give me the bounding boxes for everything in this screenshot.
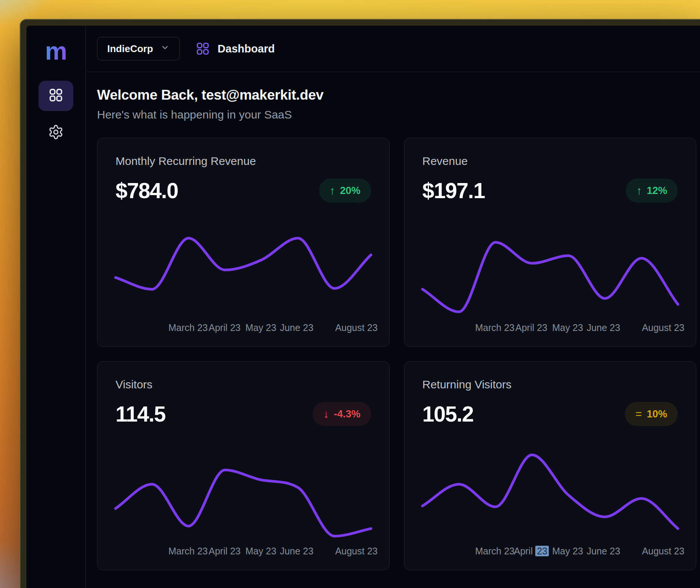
chart-area: March 23April 23May 23June 23August 23 <box>116 451 371 559</box>
layout-grid-icon <box>48 88 63 104</box>
x-axis-tick: May 23 <box>245 546 276 557</box>
line-chart <box>422 451 678 540</box>
stat-row: $784.0 ↑ 20% <box>116 178 371 203</box>
trend-badge: ↑ 20% <box>319 179 371 203</box>
main-area: IndieCorp <box>86 26 700 588</box>
x-axis: March 23April 23May 23June 23August 23 <box>422 545 678 559</box>
page-title: Dashboard <box>217 43 274 55</box>
trend-up-icon: ↑ <box>330 185 335 197</box>
x-axis-tick: May 23 <box>552 546 583 557</box>
stat-value: $197.1 <box>422 178 485 203</box>
layout-grid-icon <box>196 42 210 56</box>
x-axis-tick: March 23 <box>168 322 208 333</box>
trend-badge: ↓ -4.3% <box>313 402 371 426</box>
selected-text-highlight: 23 <box>535 546 549 556</box>
trend-down-icon: ↓ <box>323 408 329 420</box>
app-window-content: m <box>26 26 700 588</box>
sidebar-item-settings[interactable] <box>39 118 73 148</box>
visitors-line <box>116 470 371 536</box>
sidebar: m <box>26 26 86 588</box>
stat-row: 114.5 ↓ -4.3% <box>116 402 371 426</box>
x-axis-tick: August 23 <box>642 546 685 557</box>
page-header: Dashboard <box>196 42 274 56</box>
x-axis-tick: May 23 <box>245 322 276 333</box>
returning-visitors-line <box>422 455 678 528</box>
dashboard-content: Welcome Back, test@makerkit.dev Here's w… <box>86 72 700 588</box>
x-axis-tick: May 23 <box>552 322 583 333</box>
stat-row: 105.2 = 10% <box>422 402 678 426</box>
trend-badge-label: -4.3% <box>334 408 361 420</box>
trend-flat-icon: = <box>635 408 642 420</box>
x-axis-tick: April 23 <box>208 546 241 557</box>
trend-badge: = 10% <box>625 402 678 426</box>
x-axis-tick: August 23 <box>335 322 378 333</box>
x-axis-tick: June 23 <box>587 546 620 557</box>
app-window: m <box>20 19 700 588</box>
card-title: Revenue <box>422 155 678 168</box>
makerkit-logo: m <box>45 38 67 63</box>
x-axis-tick: June 23 <box>280 546 313 557</box>
x-axis: March 23April 23May 23June 23August 23 <box>422 322 678 335</box>
revenue-line <box>422 242 678 312</box>
stat-cards-grid: Monthly Recurring Revenue $784.0 ↑ 20% M… <box>97 138 696 570</box>
card-returning-visitors: Returning Visitors 105.2 = 10% March 23A… <box>404 361 697 570</box>
line-chart <box>116 228 371 317</box>
x-axis: March 23April 23May 23June 23August 23 <box>116 322 371 335</box>
trend-badge-label: 10% <box>647 408 667 420</box>
x-axis-tick: August 23 <box>642 322 685 333</box>
chart-area: March 23April 23May 23June 23August 23 <box>422 451 678 559</box>
x-axis-tick: March 23 <box>475 322 515 333</box>
welcome-subheading: Here's what is happening in your SaaS <box>97 108 696 121</box>
card-visitors: Visitors 114.5 ↓ -4.3% March 23April 23M… <box>97 361 390 570</box>
trend-badge-label: 12% <box>647 185 667 197</box>
chevron-down-icon <box>160 43 170 55</box>
card-title: Monthly Recurring Revenue <box>116 155 371 168</box>
card-title: Returning Visitors <box>422 378 678 391</box>
line-chart <box>116 451 371 540</box>
gear-icon <box>48 124 64 142</box>
x-axis: March 23April 23May 23June 23August 23 <box>116 545 371 559</box>
stat-value: 114.5 <box>116 402 165 426</box>
card-title: Visitors <box>116 378 371 391</box>
desktop-wallpaper: { "sidebar": { "logo": "m", "items": [ {… <box>0 0 700 588</box>
line-chart <box>422 228 678 317</box>
trend-badge: ↑ 12% <box>626 179 678 203</box>
trend-up-icon: ↑ <box>636 185 642 197</box>
monthly-recurring-revenue-line <box>116 238 371 289</box>
stat-value: 105.2 <box>422 402 473 426</box>
chart-area: March 23April 23May 23June 23August 23 <box>422 228 678 335</box>
stat-row: $197.1 ↑ 12% <box>422 178 678 203</box>
welcome-heading: Welcome Back, test@makerkit.dev <box>97 87 696 103</box>
trend-badge-label: 20% <box>340 185 360 197</box>
x-axis-tick: March 23 <box>475 546 515 557</box>
card-monthly-recurring-revenue: Monthly Recurring Revenue $784.0 ↑ 20% M… <box>97 138 390 347</box>
topbar: IndieCorp <box>86 26 700 72</box>
x-axis-tick: March 23 <box>168 546 208 557</box>
workspace-name: IndieCorp <box>107 43 153 55</box>
x-axis-tick: June 23 <box>280 322 313 333</box>
card-revenue: Revenue $197.1 ↑ 12% March 23April 23May… <box>404 138 697 347</box>
sidebar-item-dashboard[interactable] <box>39 81 73 111</box>
stat-value: $784.0 <box>116 178 178 203</box>
x-axis-tick: April 23 <box>208 322 241 333</box>
x-axis-tick: August 23 <box>335 546 378 557</box>
workspace-switcher-button[interactable]: IndieCorp <box>97 37 180 60</box>
x-axis-tick: June 23 <box>587 322 620 333</box>
chart-area: March 23April 23May 23June 23August 23 <box>116 228 371 335</box>
x-axis-tick: April 23 <box>514 546 549 557</box>
x-axis-tick: April 23 <box>515 322 547 333</box>
